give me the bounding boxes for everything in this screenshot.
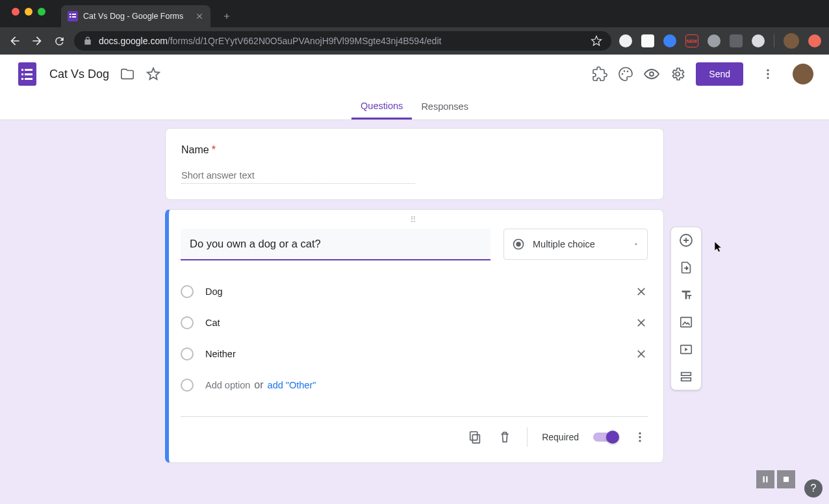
remove-option-icon[interactable] — [635, 347, 648, 360]
option-input[interactable] — [205, 318, 635, 328]
form-tabs: Questions Responses — [0, 94, 829, 120]
send-button[interactable]: Send — [696, 62, 743, 86]
svg-rect-10 — [21, 78, 23, 80]
radio-icon — [181, 379, 194, 392]
or-label: or — [254, 379, 263, 391]
mouse-cursor-icon — [715, 242, 724, 253]
delete-button[interactable] — [497, 429, 513, 445]
browser-chrome: Cat Vs Dog - Google Forms docs.google.co… — [0, 0, 829, 55]
extension-icon[interactable] — [708, 34, 721, 47]
tab-responses[interactable]: Responses — [412, 94, 478, 120]
tab-questions[interactable]: Questions — [351, 94, 412, 120]
extension-icon[interactable] — [663, 34, 676, 47]
address-bar[interactable]: docs.google.com/forms/d/1QrEYytV662N0O5a… — [74, 31, 611, 51]
svg-rect-2 — [72, 14, 76, 15]
svg-rect-28 — [681, 318, 692, 327]
option-input[interactable] — [205, 349, 635, 359]
import-questions-button[interactable] — [678, 260, 694, 275]
question-more-button[interactable] — [632, 429, 648, 445]
window-minimize-icon[interactable] — [25, 8, 32, 16]
star-button[interactable] — [146, 66, 161, 82]
radio-icon — [181, 347, 194, 360]
extension-icon[interactable]: NEW — [685, 34, 698, 47]
duplicate-button[interactable] — [467, 429, 483, 445]
question-card-short-answer[interactable]: Name* Short answer text — [165, 128, 664, 200]
stop-recording-icon[interactable] — [777, 470, 795, 488]
svg-point-18 — [767, 73, 769, 75]
option-row[interactable] — [181, 307, 648, 338]
divider — [774, 34, 774, 47]
settings-button[interactable] — [670, 66, 685, 82]
floating-toolbar — [670, 227, 702, 390]
add-other-button[interactable]: add "Other" — [268, 380, 316, 390]
drag-handle-icon[interactable]: ⠿ — [181, 215, 648, 225]
chevron-down-icon — [633, 241, 639, 247]
form-title[interactable]: Cat Vs Dog — [49, 68, 109, 81]
option-row[interactable] — [181, 276, 648, 307]
forms-logo-icon[interactable] — [16, 62, 39, 86]
svg-point-14 — [627, 71, 629, 73]
customize-theme-button[interactable] — [618, 66, 633, 82]
add-video-button[interactable] — [678, 342, 694, 357]
svg-rect-9 — [25, 73, 32, 75]
window-controls[interactable] — [12, 8, 45, 16]
browser-back-button[interactable] — [8, 34, 22, 48]
add-section-button[interactable] — [678, 369, 694, 384]
svg-rect-33 — [766, 476, 767, 482]
help-button[interactable]: ? — [804, 479, 823, 498]
new-tab-button[interactable] — [217, 6, 236, 26]
pause-recording-icon[interactable] — [756, 470, 774, 488]
svg-point-12 — [622, 73, 624, 75]
more-menu-button[interactable] — [760, 66, 776, 82]
browser-reload-button[interactable] — [52, 34, 66, 48]
browser-toolbar: docs.google.com/forms/d/1QrEYytV662N0O5a… — [0, 27, 829, 55]
forms-header: Cat Vs Dog Send — [0, 55, 829, 94]
extension-icon[interactable] — [808, 34, 821, 47]
profile-avatar[interactable] — [784, 33, 799, 49]
account-avatar[interactable] — [793, 64, 813, 84]
browser-tab[interactable]: Cat Vs Dog - Google Forms — [61, 5, 210, 27]
extension-icon[interactable] — [752, 34, 765, 47]
svg-rect-11 — [25, 78, 32, 80]
option-row[interactable] — [181, 338, 648, 370]
browser-forward-button[interactable] — [30, 34, 44, 48]
required-star-icon: * — [212, 144, 216, 155]
add-question-button[interactable] — [678, 233, 694, 248]
question-title-input[interactable] — [181, 229, 491, 260]
preview-button[interactable] — [644, 66, 659, 82]
svg-rect-6 — [21, 69, 23, 71]
divider — [527, 427, 528, 447]
extension-icon[interactable] — [730, 34, 743, 47]
plus-icon — [222, 12, 231, 21]
url-host: docs.google.com/forms/d/1QrEYytV662N0O5a… — [99, 36, 441, 46]
remove-option-icon[interactable] — [635, 285, 648, 298]
remove-option-icon[interactable] — [635, 316, 648, 329]
window-close-icon[interactable] — [12, 8, 19, 16]
move-folder-button[interactable] — [120, 66, 135, 82]
radio-icon — [181, 285, 194, 298]
option-input[interactable] — [205, 286, 635, 297]
svg-point-24 — [639, 433, 641, 435]
add-title-button[interactable] — [678, 287, 694, 303]
screen-recording-controls[interactable] — [756, 470, 795, 488]
question-type-label: Multiple choice — [533, 239, 625, 249]
svg-rect-3 — [70, 16, 71, 18]
close-tab-icon[interactable] — [195, 12, 204, 21]
bookmark-star-icon[interactable] — [591, 35, 602, 47]
radio-icon — [512, 238, 525, 251]
addons-button[interactable] — [592, 66, 607, 82]
add-image-button[interactable] — [678, 314, 694, 330]
svg-rect-34 — [784, 477, 789, 482]
svg-point-17 — [767, 69, 769, 71]
svg-rect-30 — [682, 373, 691, 376]
required-toggle[interactable] — [593, 433, 618, 442]
question-card-multiple-choice[interactable]: ⠿ Multiple choice — [165, 209, 664, 463]
window-maximize-icon[interactable] — [38, 8, 45, 16]
question-type-dropdown[interactable]: Multiple choice — [504, 229, 648, 260]
extension-icon[interactable] — [619, 34, 632, 47]
add-option-label[interactable]: Add option — [205, 380, 250, 390]
extension-icon[interactable] — [641, 34, 654, 47]
browser-tab-strip: Cat Vs Dog - Google Forms — [0, 0, 829, 27]
tab-title: Cat Vs Dog - Google Forms — [83, 12, 190, 21]
add-option-row[interactable]: Add option or add "Other" — [181, 370, 648, 401]
